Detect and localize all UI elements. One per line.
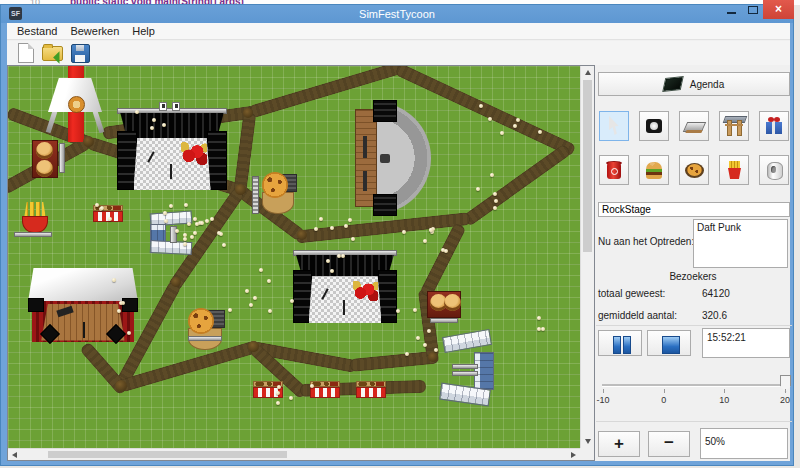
trash-icon (602, 158, 626, 182)
fries-stand[interactable] (18, 202, 52, 233)
second-stage[interactable] (293, 250, 397, 323)
vertical-scroll-thumb[interactable] (583, 80, 592, 252)
spotlight-icon (642, 114, 666, 138)
visitor-dot (193, 231, 197, 235)
fries-icon (722, 158, 746, 182)
pause-icon (623, 336, 631, 354)
bench (452, 364, 478, 369)
pizza-tent[interactable] (48, 78, 102, 133)
visitor-dot (330, 269, 334, 273)
barn-stage[interactable] (28, 268, 138, 342)
visitor-dot (513, 124, 517, 128)
menu-item-bewerken[interactable]: Bewerken (70, 25, 119, 37)
pizza-stand[interactable] (185, 308, 225, 350)
agenda-button[interactable]: Agenda (598, 72, 790, 96)
amphitheater-stage[interactable] (355, 102, 439, 214)
now-playing-value: Daft Punk (697, 222, 741, 233)
burger-tool-button[interactable] (639, 155, 669, 185)
scroll-down-icon[interactable] (585, 439, 591, 444)
scroll-up-icon[interactable] (585, 70, 591, 75)
spotlight-tool-button[interactable] (639, 111, 669, 141)
window-title: SimFestTycoon (1, 8, 793, 20)
market-stand[interactable] (356, 381, 386, 398)
save-file-button[interactable] (68, 42, 92, 64)
pizza-logo (68, 96, 85, 113)
slider-tick-label: 20 (770, 395, 800, 405)
select-tool-button[interactable] (599, 111, 629, 141)
burger-stand[interactable] (32, 140, 58, 178)
rock-stage[interactable] (117, 108, 227, 190)
divider (596, 325, 792, 326)
truss-tool-button[interactable] (719, 111, 749, 141)
path-junction (428, 352, 438, 362)
visitor-dot (259, 268, 263, 272)
map-frame (7, 65, 595, 461)
maximize-button[interactable] (744, 0, 762, 19)
stage-floor-tool-button[interactable] (679, 111, 709, 141)
menu-item-help[interactable]: Help (132, 25, 155, 37)
visitor-dot (190, 235, 194, 239)
title-bar[interactable]: SF SimFestTycoon (1, 5, 793, 23)
stage-name-input[interactable] (598, 202, 790, 217)
zoom-level-display: 50% (700, 428, 788, 459)
trash-tool-button[interactable] (599, 155, 629, 185)
fries-tool-button[interactable] (719, 155, 749, 185)
path-junction (115, 380, 127, 392)
visitor-dot (245, 289, 249, 293)
new-document-icon (18, 43, 34, 63)
visitor-dot (268, 309, 272, 313)
bench (452, 371, 478, 376)
save-floppy-icon (71, 44, 90, 63)
pizza-icon (682, 158, 706, 182)
visitor-dot (402, 230, 406, 234)
clock-display: 15:52:21 (702, 328, 790, 358)
visitor-dot (187, 222, 191, 226)
menu-item-bestand[interactable]: Bestand (17, 25, 57, 37)
vertical-scrollbar[interactable] (580, 66, 594, 448)
zoom-in-button[interactable]: + (598, 431, 640, 457)
visitor-dot (541, 327, 545, 331)
pause-button[interactable] (598, 330, 642, 356)
pizza-stand[interactable] (259, 172, 297, 214)
scroll-right-icon[interactable] (571, 452, 576, 458)
now-playing-box: Daft Punk (693, 219, 788, 268)
agenda-button-label: Agenda (690, 79, 724, 90)
visitor-dot (193, 217, 197, 221)
close-button[interactable]: × (763, 0, 794, 19)
slider-tick (603, 389, 604, 393)
toilet-block[interactable] (442, 329, 492, 353)
new-document-button[interactable] (14, 42, 38, 64)
path-junction (171, 277, 181, 287)
gift-tool-button[interactable] (759, 111, 789, 141)
open-file-button[interactable] (41, 42, 65, 64)
path-junction (235, 184, 246, 195)
burger-stand[interactable] (427, 291, 461, 318)
toilet-paper-tool-button[interactable] (759, 155, 789, 185)
horizontal-scroll-thumb[interactable] (48, 451, 287, 458)
select-icon (602, 114, 626, 138)
minimize-button[interactable] (722, 0, 742, 19)
speed-slider[interactable]: -1001020 (596, 369, 792, 414)
festival-map[interactable] (8, 66, 580, 448)
bench (188, 336, 222, 341)
market-stand[interactable] (310, 381, 340, 398)
stage-floor-icon (682, 114, 706, 138)
zoom-out-button[interactable]: − (648, 431, 690, 457)
pause-icon (613, 336, 621, 354)
pizza-tool-button[interactable] (679, 155, 709, 185)
visitor-dot (444, 249, 448, 253)
open-folder-icon (42, 46, 63, 61)
drum-kit (353, 281, 378, 301)
total-visitors-value: 64120 (702, 288, 730, 299)
zoom-value: 50% (705, 436, 725, 447)
visitor-dot (205, 219, 209, 223)
scroll-left-icon[interactable] (12, 452, 17, 458)
market-stand[interactable] (253, 381, 283, 398)
stop-button[interactable] (647, 330, 691, 356)
visitor-dot (538, 130, 542, 134)
slider-tick (785, 389, 786, 393)
slider-track[interactable] (602, 384, 786, 387)
visitor-dot (183, 242, 187, 246)
horizontal-scrollbar[interactable] (8, 448, 580, 460)
visitor-dot (195, 222, 199, 226)
